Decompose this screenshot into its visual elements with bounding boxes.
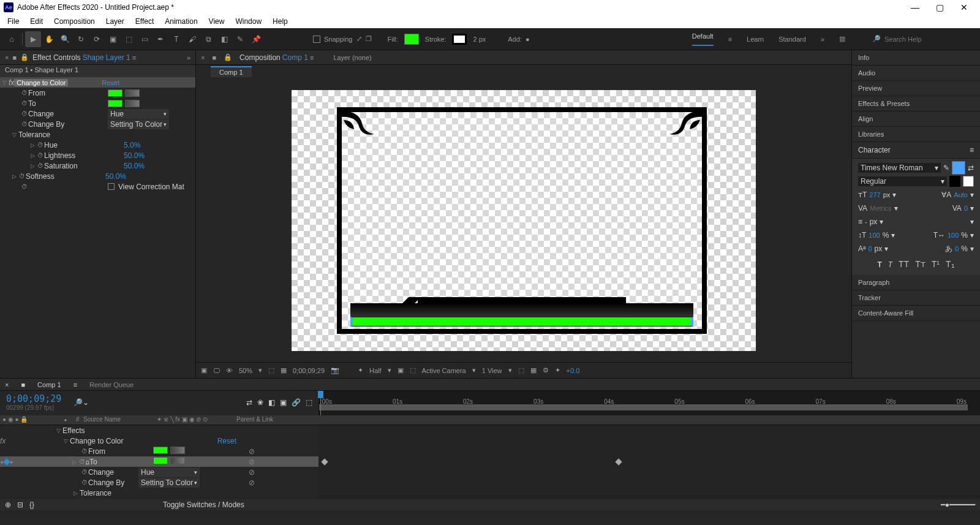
hand-tool[interactable]: ✋ bbox=[41, 31, 57, 47]
baseline-value[interactable]: 0 bbox=[868, 245, 872, 252]
stopwatch-icon[interactable]: ⏱ bbox=[21, 100, 28, 107]
tl-from-row[interactable]: ⏱From ⊘ bbox=[0, 446, 318, 456]
timeline-search-icon[interactable]: 🔎⌄ bbox=[74, 398, 89, 407]
from-swatch[interactable] bbox=[108, 89, 123, 97]
zoom-tool[interactable]: 🔍 bbox=[57, 31, 73, 47]
tl-icon[interactable]: 🔗 bbox=[292, 398, 301, 407]
font-style-dropdown[interactable]: Regular▾ bbox=[858, 176, 947, 186]
view-mat-checkbox[interactable] bbox=[108, 183, 115, 190]
panel-close[interactable]: × bbox=[5, 54, 9, 61]
hue-value[interactable]: 5.0% bbox=[124, 141, 140, 149]
menu-composition[interactable]: Composition bbox=[49, 16, 100, 27]
minimize-button[interactable]: — bbox=[903, 2, 927, 12]
zoom-level[interactable]: 50% bbox=[239, 367, 252, 374]
time-ruler[interactable]: :00s01s 02s03s 04s05s 06s07s 08s09s bbox=[318, 391, 980, 415]
menu-view[interactable]: View bbox=[204, 16, 230, 27]
panel-menu-icon[interactable]: ■ bbox=[12, 54, 17, 61]
link-icon[interactable]: ⊘ bbox=[249, 478, 255, 487]
lightness-value[interactable]: 50.0% bbox=[124, 151, 145, 160]
close-button[interactable]: ✕ bbox=[952, 2, 976, 12]
softness-value[interactable]: 50.0% bbox=[105, 172, 126, 181]
stroke-swatch[interactable] bbox=[452, 34, 467, 45]
workspace-standard[interactable]: Standard bbox=[778, 36, 806, 43]
stopwatch-icon[interactable]: ⏱ bbox=[21, 110, 28, 117]
footer-icon[interactable]: ⚙ bbox=[543, 366, 549, 374]
selection-tool[interactable]: ▶ bbox=[25, 31, 41, 47]
link-icon[interactable]: ⊘ bbox=[249, 468, 255, 477]
camera-tool[interactable]: ▣ bbox=[105, 31, 121, 47]
snap-icon2[interactable]: ❐ bbox=[366, 35, 372, 43]
tl-fx-row[interactable]: fx ▽ Change to Color Reset bbox=[0, 436, 318, 446]
zoom-slider[interactable]: ━●━━━━━━ bbox=[941, 500, 975, 509]
pan-behind-tool[interactable]: ⬚ bbox=[121, 31, 137, 47]
tl-icon[interactable]: ⬚ bbox=[306, 398, 312, 407]
font-size-value[interactable]: 277 bbox=[869, 191, 880, 198]
tl-icon[interactable]: ◧ bbox=[268, 398, 275, 407]
zoom-dropdown-icon[interactable]: ▾ bbox=[258, 366, 262, 374]
footer-timecode[interactable]: 0;00;09;29 bbox=[293, 367, 325, 374]
eyedropper-icon[interactable] bbox=[125, 89, 140, 97]
eyedropper-icon[interactable]: ✎ bbox=[943, 164, 949, 172]
tl-to-row[interactable]: ◂▸ ▷⏱⩍ To ⊘ bbox=[0, 456, 318, 467]
allcaps-button[interactable]: TT bbox=[899, 259, 909, 269]
link-icon[interactable]: ⊘ bbox=[249, 458, 255, 466]
footer-icon[interactable]: ✦ bbox=[358, 366, 363, 374]
workspace-learn[interactable]: Learn bbox=[747, 36, 764, 43]
menu-window[interactable]: Window bbox=[230, 16, 266, 27]
panel-info[interactable]: Info bbox=[852, 50, 980, 66]
snap-icon[interactable]: ⤢ bbox=[356, 35, 362, 43]
panel-libraries[interactable]: Libraries bbox=[852, 127, 980, 142]
playhead[interactable] bbox=[320, 391, 321, 415]
puppet-tool[interactable]: 📌 bbox=[248, 31, 264, 47]
type-tool[interactable]: T bbox=[168, 31, 184, 47]
footer-icon[interactable]: 🖵 bbox=[213, 367, 220, 374]
keyframe-icon[interactable] bbox=[615, 458, 622, 465]
comp-inner-tab[interactable]: Comp 1 bbox=[211, 66, 252, 77]
footer-icon[interactable]: ▦ bbox=[530, 366, 537, 374]
footer-icon[interactable]: ⬚ bbox=[518, 366, 524, 374]
workspace-overflow[interactable]: » bbox=[821, 36, 824, 43]
tl-change-row[interactable]: ⏱Change Hue▾ ⊘ bbox=[0, 467, 318, 477]
stroke-color-swatch[interactable] bbox=[949, 176, 960, 187]
timeline-track-area[interactable] bbox=[318, 425, 980, 499]
tl-icon[interactable]: ⇄ bbox=[246, 398, 252, 407]
smallcaps-button[interactable]: Tᴛ bbox=[915, 259, 925, 269]
panel-overflow[interactable]: » bbox=[187, 54, 190, 61]
link-icon[interactable]: ⊘ bbox=[249, 447, 255, 456]
panel-close[interactable]: × bbox=[5, 381, 9, 388]
clone-tool[interactable]: ⧉ bbox=[200, 31, 216, 47]
tsume-value[interactable]: 0 bbox=[955, 245, 959, 252]
panel-content-aware[interactable]: Content-Aware Fill bbox=[852, 306, 980, 321]
home-button[interactable]: ⌂ bbox=[4, 31, 20, 47]
footer-icon[interactable]: ⬚ bbox=[268, 366, 274, 374]
tl-icon[interactable]: ▣ bbox=[280, 398, 287, 407]
workspace-menu-icon[interactable]: ≡ bbox=[728, 36, 732, 43]
panel-align[interactable]: Align bbox=[852, 111, 980, 127]
menu-layer[interactable]: Layer bbox=[101, 16, 129, 27]
kerning-value[interactable]: Metrics bbox=[870, 205, 891, 212]
prop-tolerance[interactable]: ▽Tolerance bbox=[0, 129, 195, 140]
timeline-tab[interactable]: Comp 1 bbox=[37, 381, 61, 388]
menu-help[interactable]: Help bbox=[268, 16, 293, 27]
composition-tab[interactable]: Composition Comp 1 ≡ bbox=[239, 53, 314, 62]
footer-icon[interactable]: ⬚ bbox=[410, 366, 416, 374]
saturation-value[interactable]: 50.0% bbox=[124, 162, 145, 170]
bold-button[interactable]: T bbox=[877, 259, 881, 269]
superscript-button[interactable]: T¹ bbox=[932, 259, 940, 269]
rotate-tool[interactable]: ⟳ bbox=[89, 31, 105, 47]
search-input[interactable] bbox=[884, 36, 964, 43]
orbit-tool[interactable]: ↻ bbox=[73, 31, 89, 47]
change-dropdown[interactable]: Hue▾ bbox=[108, 109, 169, 119]
font-family-dropdown[interactable]: Times New Roman▾ bbox=[858, 163, 941, 173]
resolution-dropdown[interactable]: Half bbox=[369, 367, 382, 374]
add-button[interactable]: ● bbox=[526, 36, 530, 43]
tl-footer-icon[interactable]: ⊕ bbox=[5, 500, 11, 509]
exposure-value[interactable]: +0.0 bbox=[567, 367, 580, 374]
lock-icon[interactable]: 🔒 bbox=[20, 53, 29, 61]
bg-color-swatch[interactable] bbox=[963, 176, 974, 187]
tl-footer-icon[interactable]: ⊟ bbox=[17, 500, 23, 509]
panel-audio[interactable]: Audio bbox=[852, 66, 980, 81]
workspace-switch-icon[interactable]: ▥ bbox=[839, 35, 845, 43]
subscript-button[interactable]: T₁ bbox=[946, 259, 955, 269]
panel-effects-presets[interactable]: Effects & Presets bbox=[852, 96, 980, 111]
